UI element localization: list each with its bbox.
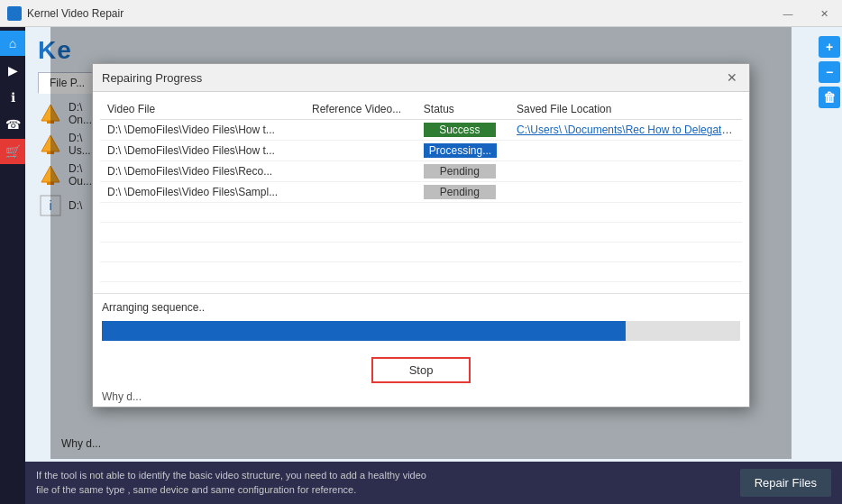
main-content: ⌂ ▶ ℹ ☎ 🛒 Ke File P... D:\On... bbox=[0, 27, 842, 504]
status-processing-badge: Processing... bbox=[424, 143, 497, 158]
saved-link-1[interactable]: C:\Users\ \Documents\Rec How to Delegate… bbox=[517, 124, 742, 136]
table-area: Video File Reference Video... Status Sav… bbox=[93, 92, 749, 289]
bottom-text: If the tool is not able to identify the … bbox=[36, 469, 426, 497]
progress-label: Arranging sequence.. bbox=[102, 301, 740, 314]
table-row: D:\ \DemoFiles\Video Files\How t... Proc… bbox=[100, 141, 742, 161]
app-area: Ke File P... D:\On... D:\Us... bbox=[25, 27, 817, 504]
table-row-empty bbox=[100, 262, 742, 282]
progress-table: Video File Reference Video... Status Sav… bbox=[100, 99, 742, 282]
row1-video-file: D:\ \DemoFiles\Video Files\How t... bbox=[100, 120, 305, 141]
app-icon bbox=[7, 6, 22, 21]
row3-saved bbox=[509, 161, 742, 182]
col-video-file: Video File bbox=[100, 99, 305, 120]
status-pending-badge-2: Pending bbox=[424, 185, 496, 199]
col-reference-video: Reference Video... bbox=[305, 99, 416, 120]
row2-video-file: D:\ \DemoFiles\Video Files\How t... bbox=[100, 141, 305, 161]
table-row: D:\ \DemoFiles\Video Files\Sampl... Pend… bbox=[100, 182, 742, 203]
stop-button-area: Stop bbox=[93, 357, 749, 383]
repairing-progress-modal: Repairing Progress ✕ Video File Referenc… bbox=[92, 63, 750, 408]
table-row: D:\ \DemoFiles\Video Files\Reco... Pendi… bbox=[100, 161, 742, 182]
repair-files-button[interactable]: Repair Files bbox=[740, 469, 831, 497]
add-button[interactable]: + bbox=[819, 36, 840, 58]
row4-reference bbox=[305, 182, 416, 203]
modal-title: Repairing Progress bbox=[102, 71, 202, 85]
sidebar-video-icon[interactable]: ▶ bbox=[0, 58, 25, 83]
progress-bar-container bbox=[102, 321, 740, 341]
trash-button[interactable]: 🗑 bbox=[819, 87, 840, 108]
why-text: Why d... bbox=[102, 390, 142, 403]
modal-close-button[interactable]: ✕ bbox=[724, 69, 740, 86]
row2-status: Processing... bbox=[416, 141, 509, 161]
row4-status: Pending bbox=[416, 182, 509, 203]
status-pending-badge-1: Pending bbox=[424, 164, 496, 179]
modal-overlay: Repairing Progress ✕ Video File Referenc… bbox=[50, 27, 792, 459]
progress-bar-fill bbox=[102, 321, 626, 341]
row4-video-file: D:\ \DemoFiles\Video Files\Sampl... bbox=[100, 182, 305, 203]
minus-button[interactable]: − bbox=[819, 61, 840, 83]
sidebar-home-icon[interactable]: ⌂ bbox=[0, 31, 25, 56]
row3-video-file: D:\ \DemoFiles\Video Files\Reco... bbox=[100, 161, 305, 182]
why-area: Why d... bbox=[93, 387, 749, 407]
row3-status: Pending bbox=[416, 161, 509, 182]
table-row: D:\ \DemoFiles\Video Files\How t... Succ… bbox=[100, 120, 742, 141]
row2-reference bbox=[305, 141, 416, 161]
status-success-badge: Success bbox=[424, 123, 496, 137]
left-sidebar: ⌂ ▶ ℹ ☎ 🛒 bbox=[0, 27, 25, 504]
table-body: D:\ \DemoFiles\Video Files\How t... Succ… bbox=[100, 120, 742, 282]
table-row-empty bbox=[100, 243, 742, 262]
stop-button[interactable]: Stop bbox=[371, 357, 471, 383]
sidebar-cart-icon[interactable]: 🛒 bbox=[0, 139, 25, 164]
col-saved-location: Saved File Location bbox=[509, 99, 742, 120]
table-row-empty bbox=[100, 203, 742, 223]
sidebar-phone-icon[interactable]: ☎ bbox=[0, 112, 25, 137]
close-button[interactable]: ✕ bbox=[806, 0, 842, 27]
table-row-empty bbox=[100, 223, 742, 243]
row1-saved: C:\Users\ \Documents\Rec How to Delegate… bbox=[509, 120, 742, 141]
row1-reference bbox=[305, 120, 416, 141]
table-header-row: Video File Reference Video... Status Sav… bbox=[100, 99, 742, 120]
right-sidebar: + − 🗑 bbox=[817, 27, 842, 504]
modal-title-bar: Repairing Progress ✕ bbox=[93, 64, 749, 92]
row1-status: Success bbox=[416, 120, 509, 141]
col-status: Status bbox=[416, 99, 509, 120]
sidebar-info-icon[interactable]: ℹ bbox=[0, 85, 25, 110]
row2-saved bbox=[509, 141, 742, 161]
minimize-button[interactable]: — bbox=[770, 0, 806, 27]
row4-saved bbox=[509, 182, 742, 203]
title-bar-controls: — ✕ bbox=[770, 0, 842, 27]
title-bar: Kernel Video Repair — ✕ bbox=[0, 0, 842, 27]
row3-reference bbox=[305, 161, 416, 182]
title-bar-text: Kernel Video Repair bbox=[27, 7, 124, 20]
progress-area: Arranging sequence.. bbox=[93, 293, 749, 357]
bottom-bar: If the tool is not able to identify the … bbox=[25, 462, 842, 504]
